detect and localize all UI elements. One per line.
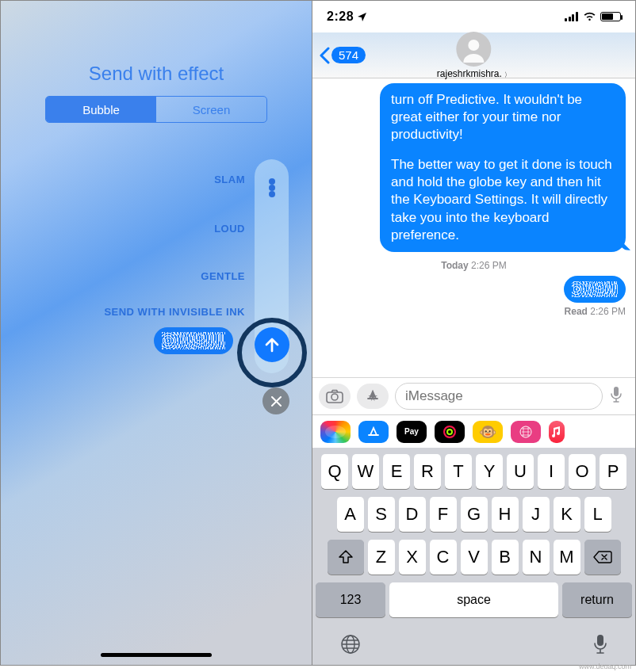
effect-dot-loud[interactable] <box>269 185 275 191</box>
camera-button[interactable] <box>319 384 351 409</box>
status-bar: 2:28 <box>312 1 635 32</box>
ink-particles <box>162 332 225 349</box>
key-t[interactable]: T <box>445 454 472 489</box>
message-input[interactable] <box>395 383 603 410</box>
cellular-signal-icon <box>565 12 579 21</box>
backspace-icon <box>593 550 612 564</box>
key-k[interactable]: K <box>554 497 580 532</box>
key-i[interactable]: I <box>538 454 565 489</box>
key-g[interactable]: G <box>461 497 488 532</box>
messages-conversation-screen: 2:28 574 rajeshrkmishra. 〉 <box>312 1 635 665</box>
location-arrow-icon <box>357 12 367 22</box>
backspace-key[interactable] <box>584 540 621 575</box>
status-time: 2:28 <box>327 10 354 24</box>
app-strip: Pay 🐵 <box>312 414 635 448</box>
message-text: The better way to get it done is touch a… <box>391 156 615 243</box>
contact-header[interactable]: rajeshrkmishra. 〉 <box>437 32 511 79</box>
key-d[interactable]: D <box>399 497 426 532</box>
shift-icon <box>338 550 354 564</box>
tab-bubble[interactable]: Bubble <box>46 97 156 122</box>
svg-point-2 <box>331 394 338 400</box>
invisible-ink-preview <box>154 327 233 354</box>
watermark: www.deuaq.com <box>579 662 631 670</box>
key-e[interactable]: E <box>383 454 410 489</box>
message-bubble[interactable]: turn off Predictive. It wouldn't be grea… <box>380 83 626 252</box>
key-y[interactable]: Y <box>476 454 503 489</box>
key-h[interactable]: H <box>492 497 519 532</box>
app-store-icon <box>365 388 381 404</box>
key-b[interactable]: B <box>492 540 519 575</box>
camera-icon <box>326 389 343 403</box>
digital-touch-icon[interactable] <box>511 421 541 443</box>
timestamp: Today 2:26 PM <box>322 260 626 271</box>
key-r[interactable]: R <box>414 454 441 489</box>
effect-invisible-ink-label: SEND WITH INVISIBLE INK <box>104 306 245 318</box>
photos-app-icon[interactable] <box>320 421 351 443</box>
tab-screen[interactable]: Screen <box>156 97 266 122</box>
music-icon[interactable] <box>549 421 565 443</box>
x-icon <box>270 395 282 407</box>
effect-title: Send with effect <box>1 63 312 85</box>
keyboard: QWERTYUIOP ASDFGHJKL ZXCVBNM 123 space r… <box>312 448 635 665</box>
key-c[interactable]: C <box>430 540 457 575</box>
battery-icon <box>600 12 621 21</box>
send-button[interactable] <box>255 327 289 362</box>
key-x[interactable]: X <box>399 540 426 575</box>
wifi-icon <box>583 12 596 21</box>
svg-rect-7 <box>597 635 603 646</box>
activity-icon[interactable] <box>435 421 465 443</box>
effect-slam-label: SLAM <box>214 174 245 185</box>
message-text: turn off Predictive. It wouldn't be grea… <box>391 91 615 143</box>
home-indicator[interactable] <box>101 653 212 657</box>
effect-selector-track <box>255 159 289 373</box>
numbers-key[interactable]: 123 <box>316 582 385 617</box>
key-n[interactable]: N <box>523 540 550 575</box>
dictation-key[interactable] <box>592 633 608 659</box>
segmented-control: Bubble Screen <box>45 96 267 123</box>
dictation-button[interactable] <box>610 386 623 407</box>
key-o[interactable]: O <box>569 454 596 489</box>
key-l[interactable]: L <box>584 497 611 532</box>
globe-icon <box>339 633 362 655</box>
ink-particles <box>572 281 618 297</box>
key-v[interactable]: V <box>461 540 488 575</box>
keyboard-row-4: 123 space return <box>316 582 632 617</box>
back-button[interactable]: 574 <box>312 47 366 64</box>
key-w[interactable]: W <box>352 454 379 489</box>
shift-key[interactable] <box>328 540 364 575</box>
key-q[interactable]: Q <box>321 454 348 489</box>
avatar <box>457 32 492 67</box>
globe-key[interactable] <box>339 633 362 659</box>
svg-rect-3 <box>614 387 619 396</box>
memoji-icon[interactable]: 🐵 <box>473 421 503 443</box>
read-receipt: Read 2:26 PM <box>322 306 626 317</box>
key-m[interactable]: M <box>554 540 580 575</box>
app-store-button[interactable] <box>357 384 389 409</box>
unread-badge: 574 <box>331 47 366 63</box>
return-key[interactable]: return <box>562 582 632 617</box>
key-u[interactable]: U <box>507 454 534 489</box>
keyboard-row-2: ASDFGHJKL <box>316 497 632 532</box>
key-a[interactable]: A <box>337 497 364 532</box>
microphone-icon <box>592 633 608 655</box>
microphone-icon <box>610 386 623 403</box>
person-icon <box>459 34 489 64</box>
send-with-effect-screen: Send with effect Bubble Screen SLAM LOUD… <box>1 1 312 665</box>
messages-list[interactable]: turn off Predictive. It wouldn't be grea… <box>312 78 635 377</box>
keyboard-row-3: ZXCVBNM <box>316 540 632 575</box>
svg-point-0 <box>469 40 480 51</box>
effect-dot-slam[interactable] <box>269 178 275 185</box>
key-s[interactable]: S <box>368 497 395 532</box>
space-key[interactable]: space <box>389 582 558 617</box>
key-z[interactable]: Z <box>368 540 395 575</box>
effect-dot-gentle[interactable] <box>269 191 275 197</box>
arrow-up-icon <box>263 336 281 353</box>
close-button[interactable] <box>262 388 289 414</box>
keyboard-row-1: QWERTYUIOP <box>316 454 632 489</box>
key-j[interactable]: J <box>523 497 550 532</box>
key-p[interactable]: P <box>600 454 626 489</box>
invisible-ink-message[interactable] <box>564 276 626 303</box>
key-f[interactable]: F <box>430 497 457 532</box>
app-store-strip-icon[interactable] <box>358 421 389 443</box>
apple-pay-icon[interactable]: Pay <box>397 421 427 443</box>
